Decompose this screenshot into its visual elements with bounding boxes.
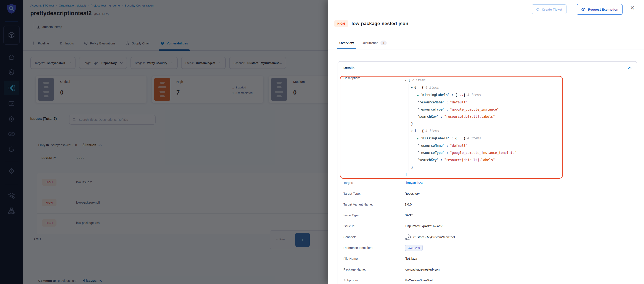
json-token-brace: [ [408,78,410,82]
json-token-meta: 4 items [467,93,481,97]
json-token-meta: 4 items [426,129,439,133]
json-token-punc: : [440,158,442,162]
json-line: ▶"missingLabels":{...}4 items [405,135,518,142]
field-value: jHspJaWxTIkpAXY1Iw-acV [405,224,442,228]
details-card: Details Description: ▼[2 items▼0:{4 item… [338,61,637,284]
severity-badge: HIGH [334,20,348,27]
json-token-dots: ... [457,136,464,140]
json-token-brace: } [411,122,413,126]
tab-occurrence[interactable]: Occurrence 1 [362,36,387,49]
json-line: ] [405,171,518,178]
json-token-cbr: } [464,93,466,97]
json-token-brace: { [422,129,424,133]
field-package-name: Package Name: low-package-nested-json [344,268,632,278]
field-label: Issue Type: [344,214,405,217]
json-token-str: "google_compute_instance" [450,107,499,111]
issue-title: low-package-nested-json [352,21,408,27]
json-token-brace: } [411,165,413,169]
field-label: Reference Identifiers: [344,246,405,249]
collapse-node-icon[interactable]: ▼ [411,130,413,133]
json-line: "resourceName":"default" [405,99,518,106]
json-token-key: "resourceName" [417,100,444,104]
json-token-key: "resourceType" [417,107,444,111]
target-link[interactable]: shreyansh23 [405,181,422,185]
json-token-punc: : [446,100,448,104]
collapse-chevron-up-icon[interactable] [628,67,632,69]
json-token-punc: : [446,144,448,148]
json-line: } [405,120,518,127]
field-target: Target: shreyansh23 [344,181,632,192]
json-line: "searchKey":"resource[default].labels" [405,113,518,120]
issue-detail-drawer: Create Ticket Request Exemption ✕ HIGH l… [328,0,644,284]
json-token-key: "searchKey" [417,158,439,162]
field-target-variant: Target Variant Name: 1.0.0 [344,203,632,214]
json-line: "resourceType":"google_compute_instance" [405,106,518,113]
json-token-str: "default" [450,100,468,104]
json-token-cbr: } [464,136,466,140]
close-drawer-button[interactable]: ✕ [630,5,635,11]
field-label: Target: [344,181,405,185]
tab-overview[interactable]: Overview [339,36,354,49]
field-value: file1.java [405,257,417,260]
collapse-node-icon[interactable]: ▼ [405,79,406,82]
occurrence-count-badge: 1 [380,41,387,45]
field-subproduct: Subproduct: MyCustomScanTool [344,278,632,284]
json-line: "searchKey":"resource[default].labels" [405,157,518,164]
json-token-punc: : [418,129,420,133]
request-exemption-button[interactable]: Request Exemption [577,4,622,15]
detail-fields: Target: shreyansh23 Target Type: Reposit… [344,181,632,284]
collapse-node-icon[interactable]: ▼ [411,86,413,89]
field-reference-identifiers: Reference Identifiers: CWE-259 [344,246,632,257]
json-token-key: "resourceType" [417,151,444,155]
field-value: 1.0.0 [405,203,412,206]
field-value: low-package-nested-json [405,268,440,271]
field-target-type: Target Type: Repository [344,192,632,203]
json-line: ▶"missingLabels":{...}4 items [405,91,518,99]
json-token-str: "google_compute_instance_template" [450,151,516,155]
field-issue-id: Issue Id: jHspJaWxTIkpAXY1Iw-acV [344,224,632,235]
json-token-brace: { [422,86,424,90]
json-token-key: "resourceName" [417,144,444,148]
drawer-tabline [328,49,644,49]
field-label: Target Variant Name: [344,203,405,206]
field-label: Subproduct: [344,278,405,282]
json-token-punc: : [452,136,453,140]
expand-node-icon[interactable]: ▶ [417,137,419,140]
json-line: } [405,164,518,171]
json-token-obr: { [455,93,457,97]
json-token-punc: : [418,86,420,90]
json-token-meta: 4 items [426,86,439,90]
field-value: SAST [405,214,413,217]
json-token-punc: : [446,107,448,111]
field-label: Target Type: [344,192,405,195]
drawer-tabs: Overview Occurrence 1 [339,36,387,49]
json-line: "resourceType":"google_compute_instance_… [405,149,518,157]
sto-vulnerabilities-page: ⚙ Account: STO test › Organization: defa… [0,0,644,284]
details-heading: Details [344,66,354,70]
field-label: File Name: [344,257,405,260]
field-scanner: Scanner: Custom - MyCustomScanTool [344,235,632,246]
field-value: MyCustomScanTool [405,278,432,282]
json-token-key: "searchKey" [417,115,439,119]
json-token-punc: : [440,115,442,119]
field-issue-type: Issue Type: SAST [344,214,632,224]
json-token-brace: ] [405,172,407,176]
json-token-punc: : [452,93,453,97]
create-ticket-button[interactable]: Create Ticket [532,4,566,14]
field-label: Issue Id: [344,224,405,228]
json-line: "resourceName":"default" [405,142,518,149]
json-line: ▼0:{4 items [405,84,518,91]
scanner-name: Custom - MyCustomScanTool [413,235,455,239]
field-label: Package Name: [344,268,405,271]
ticket-icon [536,8,540,11]
cwe-pill[interactable]: CWE-259 [405,245,423,251]
json-token-punc: : [446,151,448,155]
expand-node-icon[interactable]: ▶ [417,94,419,97]
field-value: Repository [405,192,420,195]
json-line: ▼[2 items [405,77,518,84]
description-label: Description: [344,76,405,178]
json-token-idx: 0 [414,86,416,90]
json-token-key: "missingLabels" [420,136,450,140]
description-json-viewer: ▼[2 items▼0:{4 items▶"missingLabels":{..… [405,76,518,178]
json-token-key: "missingLabels" [420,93,450,97]
